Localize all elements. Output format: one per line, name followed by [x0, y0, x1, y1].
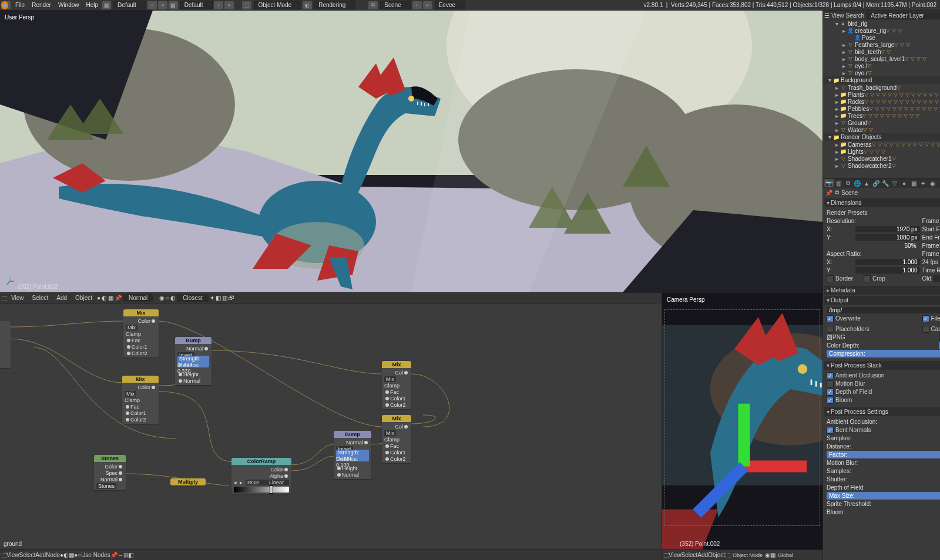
node-menu-select[interactable]: Select [29, 294, 52, 302]
bloom-check[interactable]: ✓ [827, 397, 834, 404]
outliner-item-trash-background[interactable]: ▸▽Trash_background▽👁▲📷 [823, 84, 940, 91]
outliner-item-cameras[interactable]: ▸📁Cameras▽▽▽▽▽▽▽▽▽▽▽▽▽▽▽▽▽▽👁▲📷 [823, 141, 940, 148]
screen-dropdown[interactable]: Default [180, 1, 213, 9]
node-bump1-header[interactable]: Bump [175, 337, 212, 344]
layout-dropdown[interactable]: Default [113, 1, 146, 9]
cam-menu-add[interactable]: Add [697, 552, 708, 558]
outliner-item-lights[interactable]: ▸📁Lights▽▽▽▽👁▲📷 [823, 148, 940, 155]
outliner-filter[interactable]: Active Render Layer [866, 12, 940, 19]
pps-panel-header[interactable]: Post Process Stack [824, 361, 940, 370]
node-multiply-header[interactable]: Multiply [170, 478, 206, 485]
nbb-pin-icon[interactable]: 📌 [110, 552, 118, 558]
mb-check[interactable] [827, 380, 834, 387]
del-scene-icon[interactable]: × [423, 1, 432, 9]
node-normal-dropdown[interactable]: Normal [123, 294, 153, 302]
cam-menu-view[interactable]: View [669, 552, 682, 558]
outliner-item-plants[interactable]: ▸📁Plants▽▽▽▽▽▽▽▽▽▽▽▽▽▽▽▽▽▽▽▽▽▽👁▲📷 [823, 91, 940, 98]
aspect-y[interactable]: 1.000 [855, 267, 920, 274]
tab-constraints-icon[interactable]: 🔗 [871, 179, 881, 187]
node-type-tex-icon[interactable]: ▦ [108, 295, 113, 301]
tab-texture-icon[interactable]: ▦ [909, 179, 918, 187]
del-screen-icon[interactable]: × [224, 1, 234, 9]
screen-icon[interactable]: ▦ [169, 1, 178, 9]
cam-mode-icon[interactable]: ⬚ [725, 552, 730, 558]
bent-check[interactable]: ✓ [827, 427, 834, 434]
res-y-input[interactable]: 1080 px [855, 234, 920, 241]
nbb-icon2[interactable]: ◐ [63, 552, 69, 558]
menu-help[interactable]: Help [83, 2, 102, 8]
dof-check[interactable]: ✓ [827, 389, 834, 396]
nbb-icon7[interactable]: ↔ [118, 552, 123, 558]
cam-orient-dropdown[interactable]: Global [776, 552, 795, 559]
outliner-item-background[interactable]: ▾📁Background👁▲📷 [823, 76, 940, 84]
scene-icon[interactable]: ⧉ [368, 1, 378, 9]
nbb-select[interactable]: Select [19, 552, 36, 558]
ao-factor-slider[interactable]: Factor:1.00 [827, 451, 940, 458]
outliner-item-render-objects[interactable]: ▾📁Render Objects👁▲📷 [823, 133, 940, 141]
outliner-item-rocks[interactable]: ▸📁Rocks▽▽▽▽▽▽▽▽▽▽▽▽▽▽▽▽▽▽▽▽▽👁▲📷 [823, 98, 940, 105]
res-x-input[interactable]: 1920 px [855, 226, 920, 232]
metadata-panel-header[interactable]: Metadata [824, 286, 940, 295]
snap4-icon[interactable]: 🗗 [229, 295, 234, 301]
node-menu-object[interactable]: Object [72, 294, 96, 302]
snap2-icon[interactable]: ◧ [216, 295, 221, 301]
node-mix3-header[interactable]: Mix [382, 361, 411, 368]
node-mix2-header[interactable]: Mix [122, 376, 159, 383]
mode-dropdown[interactable]: Object Mode [254, 1, 301, 9]
render-presets-dropdown[interactable]: Render Presets [827, 210, 940, 216]
add-screen-icon[interactable]: + [214, 1, 223, 9]
outliner-menu-view[interactable]: View [831, 12, 844, 19]
3d-viewport[interactable]: User Persp (352) Point.002 [0, 11, 822, 292]
tab-particles-icon[interactable]: ✦ [918, 179, 928, 187]
outliner-item-bird-teeth[interactable]: ▸▽bird_teeth▽▽👁▲📷 [823, 48, 940, 55]
tab-object-icon[interactable]: ▲ [862, 179, 871, 187]
node-type-comp-icon[interactable]: ◐ [102, 295, 107, 301]
nbb-add[interactable]: Add [35, 552, 46, 558]
output-panel-header[interactable]: Output [824, 296, 940, 305]
outliner-item-eye-l[interactable]: ▸▽eye.l▽👁▲📷 [823, 62, 940, 69]
nbb-node[interactable]: Node [46, 552, 60, 558]
mode-icon[interactable]: ⬚ [242, 1, 251, 9]
crop-check[interactable] [864, 275, 871, 282]
cam-shade-icon[interactable]: ◉ [765, 552, 770, 558]
outliner-item-shadowcatcher1[interactable]: ▸▽Shadowcatcher1▽👁▲📷 [823, 155, 940, 162]
output-path[interactable]: /tmp/ [827, 307, 940, 313]
engine-dropdown[interactable]: Eevee [435, 1, 465, 9]
tab-world-icon[interactable]: 🌐 [852, 179, 862, 187]
tab-material-icon[interactable]: ● [899, 179, 909, 187]
node-stones-header[interactable]: Stones [94, 455, 126, 462]
nbb-view[interactable]: View [6, 552, 19, 558]
menu-window[interactable]: Window [55, 2, 83, 8]
outliner-item-body-sculpt-level1[interactable]: ▸▽body_sculpt_level1▽▽▽▽👁▲📷 [823, 55, 940, 62]
node-canvas[interactable]: Mix Color Mix Clamp Fac Color1 Color2 Mi… [0, 303, 662, 549]
outliner-menu-search[interactable]: Search [846, 12, 865, 19]
add-layout-icon[interactable]: + [147, 1, 157, 9]
cam-menu-object[interactable]: Object [708, 552, 725, 558]
outliner-item-bird-rig[interactable]: ▾▲bird_rig👁▲📷 [823, 20, 940, 27]
cam-icon2[interactable]: ▦ [770, 552, 776, 558]
format-dropdown[interactable]: PNG [832, 334, 885, 340]
node-menu-add[interactable]: Add [53, 294, 70, 302]
outliner-item-ground[interactable]: ▸▽Ground▽👁▲📷 [823, 119, 940, 126]
tab-layers-icon[interactable]: ▥ [834, 179, 843, 187]
outliner-item-creature-rig[interactable]: ▸👤creature_rig▽▽▽👁▲📷 [823, 27, 940, 34]
use-nodes-toggle[interactable]: Use Nodes [81, 552, 110, 558]
tab-modifiers-icon[interactable]: 🔧 [881, 179, 890, 187]
outliner-item-pose[interactable]: 👤Pose👁▲📷 [823, 34, 940, 41]
overlay-icon[interactable]: ◉ [159, 295, 164, 301]
compression-slider[interactable]: Compression:15% [827, 350, 940, 357]
ppset-panel-header[interactable]: Post Process Settings [824, 407, 940, 416]
editor-type-icon-bottom[interactable]: ⬚ [1, 552, 6, 558]
outliner-editor-icon[interactable]: ☰ [824, 12, 830, 19]
node-colorramp-header[interactable]: ColorRamp [231, 458, 291, 465]
outliner-item-eye-r[interactable]: ▸▽eye.r▽👁▲📷 [823, 69, 940, 76]
screen-layout-icon[interactable]: ▦ [102, 1, 111, 9]
overlay3-icon[interactable]: ◐ [170, 295, 176, 301]
nbb-icon9[interactable]: ◧ [128, 552, 133, 558]
node-type-shader-icon[interactable]: ● [97, 295, 100, 301]
shading-dropdown[interactable]: Rendering [314, 1, 355, 9]
add-scene-icon[interactable]: + [412, 1, 422, 9]
node-mix1-header[interactable]: Mix [123, 309, 159, 316]
camera-canvas[interactable]: Camera Persp (352) Point.002 [662, 293, 822, 549]
outliner-item-feathers-large[interactable]: ▸▽Feathers_large▽▽▽👁▲📷 [823, 41, 940, 48]
